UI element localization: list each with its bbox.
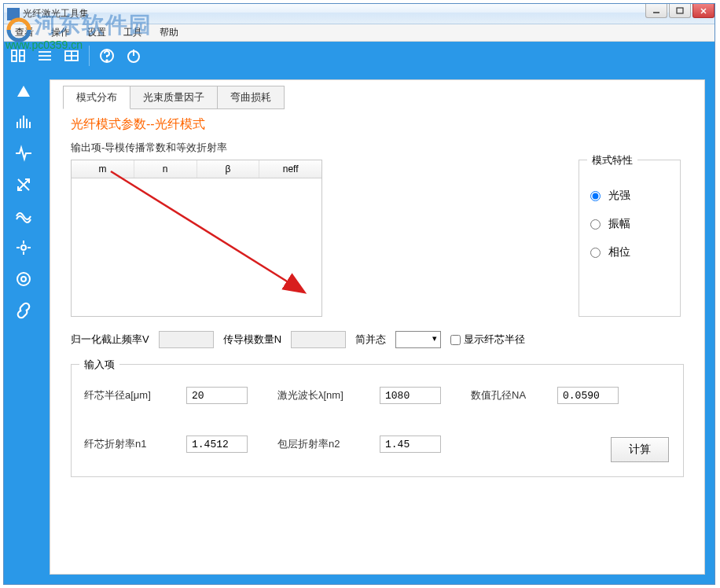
- svg-point-26: [21, 245, 26, 250]
- radio-intensity-label: 光强: [608, 189, 630, 203]
- output-row: m n β neff: [71, 160, 684, 317]
- window-controls: [645, 4, 714, 18]
- input-group: 输入项 纤芯半径a[μm] 激光波长λ[nm] 数值孔径NA 纤芯折射率n1 包…: [71, 364, 684, 477]
- svg-point-31: [17, 273, 30, 285]
- core-radius-label: 纤芯半径a[μm]: [84, 388, 186, 402]
- show-core-checkbox-row[interactable]: 显示纤芯半径: [450, 333, 525, 347]
- core-index-label: 纤芯折射率n1: [84, 437, 186, 451]
- mode-count-label: 传导模数量N: [223, 333, 281, 347]
- app-window: 光纤激光工具集 河东软件园 www.pc0359.cn 查看: [3, 3, 715, 585]
- maximize-button[interactable]: [669, 4, 691, 18]
- window-title: 光纤激光工具集: [23, 7, 89, 20]
- menu-settings[interactable]: 设置: [81, 24, 112, 41]
- side-pulse-icon[interactable]: [13, 142, 35, 164]
- tab-beam-quality[interactable]: 光束质量因子: [130, 86, 218, 109]
- tab-bend-loss[interactable]: 弯曲损耗: [217, 86, 285, 109]
- svg-point-32: [21, 277, 26, 281]
- wavelength-input[interactable]: [380, 387, 441, 404]
- core-index-input[interactable]: [186, 435, 248, 453]
- clad-index-input[interactable]: [380, 435, 441, 453]
- power-icon[interactable]: [124, 46, 143, 65]
- input-group-title: 输入项: [79, 358, 119, 372]
- th-neff[interactable]: neff: [259, 160, 321, 178]
- side-triangle-icon[interactable]: [13, 79, 35, 101]
- na-input[interactable]: [557, 387, 619, 404]
- tool-icon-3[interactable]: [62, 46, 81, 65]
- tabs: 模式分布 光束质量因子 弯曲损耗: [63, 86, 692, 109]
- menu-help[interactable]: 帮助: [153, 24, 185, 41]
- toolbar: [4, 42, 714, 70]
- annotation-arrow: [103, 170, 323, 311]
- menu-tools[interactable]: 工具: [117, 24, 149, 41]
- radio-amplitude-label: 振幅: [608, 217, 630, 231]
- radio-phase[interactable]: 相位: [590, 245, 669, 259]
- side-bars-icon[interactable]: [13, 111, 35, 133]
- radio-amplitude-input[interactable]: [590, 219, 601, 230]
- svg-rect-1: [677, 8, 683, 13]
- side-link-icon[interactable]: [13, 300, 35, 322]
- tab-mode-distribution[interactable]: 模式分布: [63, 86, 130, 109]
- minimize-button[interactable]: [645, 4, 667, 18]
- wavelength-label: 激光波长λ[nm]: [277, 388, 380, 402]
- output-table[interactable]: m n β neff: [71, 160, 322, 317]
- mode-characteristic-group: 模式特性 光强 振幅 相位: [579, 160, 681, 317]
- content-area: 模式分布 光束质量因子 弯曲损耗 光纤模式参数--光纤模式 输出项-导模传播常数…: [43, 72, 713, 582]
- degeneracy-combo[interactable]: [395, 331, 441, 348]
- menu-view[interactable]: 查看: [9, 24, 40, 41]
- help-icon[interactable]: [97, 46, 116, 65]
- clad-index-label: 包层折射率n2: [277, 437, 380, 451]
- radio-intensity[interactable]: 光强: [590, 189, 669, 203]
- na-label: 数值孔径NA: [471, 388, 557, 402]
- side-expand-icon[interactable]: [13, 237, 35, 259]
- titlebar: 光纤激光工具集: [4, 4, 714, 24]
- mode-count-field: [291, 331, 346, 348]
- side-arrows-icon[interactable]: [13, 174, 35, 196]
- panel: 模式分布 光束质量因子 弯曲损耗 光纤模式参数--光纤模式 输出项-导模传播常数…: [50, 79, 705, 575]
- core-radius-input[interactable]: [186, 387, 248, 404]
- svg-point-15: [106, 60, 108, 61]
- th-n[interactable]: n: [134, 160, 197, 178]
- tool-icon-2[interactable]: [35, 46, 54, 65]
- show-core-label: 显示纤芯半径: [464, 333, 525, 347]
- mid-row: 归一化截止频率V 传导模数量N 简并态 显示纤芯半径: [71, 331, 684, 348]
- show-core-checkbox[interactable]: [450, 335, 461, 345]
- input-row-2: 纤芯折射率n1 包层折射率n2: [84, 435, 670, 453]
- norm-cutoff-label: 归一化截止频率V: [71, 333, 149, 347]
- mode-group-title: 模式特性: [587, 153, 637, 167]
- th-m[interactable]: m: [72, 160, 134, 178]
- tool-icon-1[interactable]: [9, 46, 28, 65]
- svg-marker-18: [17, 86, 30, 97]
- app-icon: [7, 8, 20, 20]
- th-beta[interactable]: β: [197, 160, 260, 178]
- degeneracy-label: 简并态: [355, 333, 386, 347]
- radio-intensity-input[interactable]: [590, 191, 601, 201]
- menu-operate[interactable]: 操作: [45, 24, 76, 41]
- sidebar: [6, 72, 42, 582]
- section-title: 光纤模式参数--光纤模式: [71, 116, 692, 133]
- menubar: 河东软件园 www.pc0359.cn 查看 操作 设置 工具 帮助: [4, 24, 714, 42]
- toolbar-separator: [89, 46, 90, 66]
- radio-phase-input[interactable]: [590, 248, 601, 258]
- main-area: 模式分布 光束质量因子 弯曲损耗 光纤模式参数--光纤模式 输出项-导模传播常数…: [4, 70, 714, 584]
- norm-cutoff-field: [159, 331, 214, 348]
- close-button[interactable]: [692, 4, 714, 18]
- input-row-1: 纤芯半径a[μm] 激光波长λ[nm] 数值孔径NA: [84, 387, 670, 404]
- side-target-icon[interactable]: [13, 268, 35, 290]
- radio-phase-label: 相位: [608, 245, 630, 259]
- svg-line-34: [111, 171, 303, 292]
- radio-amplitude[interactable]: 振幅: [590, 217, 669, 231]
- table-header: m n β neff: [72, 160, 321, 178]
- calculate-button[interactable]: 计算: [611, 437, 669, 462]
- side-wave-icon[interactable]: [13, 205, 35, 227]
